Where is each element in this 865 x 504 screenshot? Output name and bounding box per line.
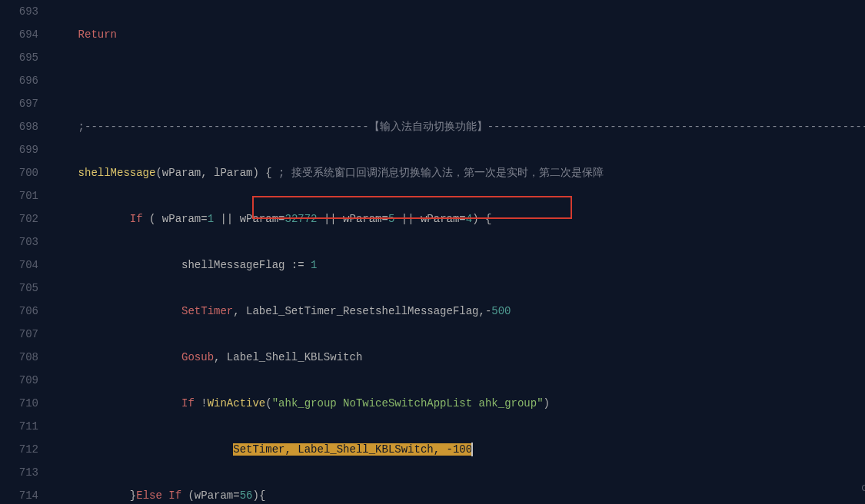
code-line: shellMessageFlag := 1: [52, 254, 865, 277]
code-line: shellMessage(wParam, lParam) { ; 接受系统窗口回…: [52, 161, 865, 184]
line-number: 713: [0, 461, 38, 484]
code-line: }Else If (wParam=56){: [52, 484, 865, 504]
line-number: 712: [0, 438, 38, 461]
watermark: CSDN @narij: [861, 476, 865, 499]
line-number: 695: [0, 46, 38, 69]
line-number: 709: [0, 369, 38, 392]
line-number: 699: [0, 138, 38, 161]
line-number: 696: [0, 69, 38, 92]
line-number-gutter: 693 694 695 696 697 698 699 700 701 702 …: [0, 0, 52, 504]
line-number: 701: [0, 184, 38, 207]
line-number: 706: [0, 300, 38, 323]
code-line: ;---------------------------------------…: [52, 115, 865, 138]
line-number: 697: [0, 92, 38, 115]
line-number: 711: [0, 415, 38, 438]
code-line: Gosub, Label_Shell_KBLSwitch: [52, 346, 865, 369]
code-line: If !WinActive("ahk_group NoTwiceSwitchAp…: [52, 392, 865, 415]
line-number: 698: [0, 115, 38, 138]
code-line: SetTimer, Label_Shell_KBLSwitch, -100: [52, 438, 865, 461]
line-number: 710: [0, 392, 38, 415]
line-number: 694: [0, 23, 38, 46]
selection: SetTimer, Label_Shell_KBLSwitch, -100: [233, 443, 472, 456]
line-number: 693: [0, 0, 38, 23]
code-line: If ( wParam=1 || wParam=32772 || wParam=…: [52, 207, 865, 230]
line-number: 704: [0, 254, 38, 277]
line-number: 703: [0, 230, 38, 254]
line-number: 714: [0, 484, 38, 504]
line-number: 708: [0, 346, 38, 369]
text-cursor: [471, 443, 473, 456]
code-line: SetTimer, Label_SetTimer_ResetshellMessa…: [52, 300, 865, 323]
code-line: [52, 69, 865, 92]
line-number: 707: [0, 323, 38, 346]
code-area[interactable]: Return ;--------------------------------…: [52, 0, 865, 504]
code-line: Return: [52, 23, 865, 46]
line-number: 702: [0, 207, 38, 230]
code-editor: 693 694 695 696 697 698 699 700 701 702 …: [0, 0, 865, 504]
line-number: 705: [0, 277, 38, 300]
line-number: 700: [0, 161, 38, 184]
